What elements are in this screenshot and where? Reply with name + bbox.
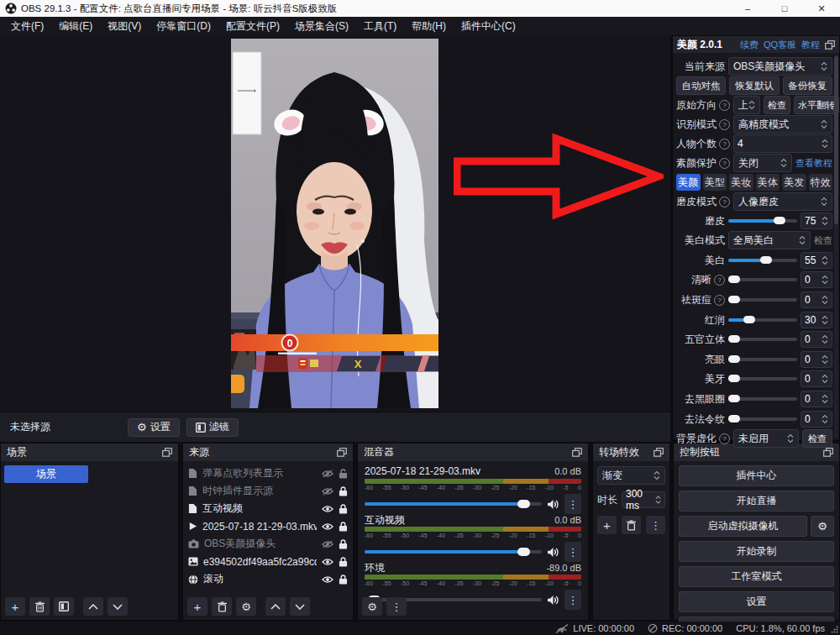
tab-beauty[interactable]: 美颜: [676, 174, 701, 191]
rosy-value-spinner[interactable]: 30: [801, 312, 832, 328]
clarity-slider[interactable]: [728, 278, 797, 281]
channel-menu-button[interactable]: ⋮: [564, 590, 581, 610]
person-count-spinner[interactable]: 4: [733, 134, 832, 153]
whiten-check-button[interactable]: 检查: [814, 234, 832, 247]
channel-menu-button[interactable]: ⋮: [564, 542, 581, 562]
volume-slider[interactable]: [365, 550, 542, 554]
help-icon[interactable]: ?: [719, 158, 730, 169]
lock-icon[interactable]: [339, 521, 348, 533]
channel-menu-button[interactable]: ⋮: [564, 494, 581, 514]
popout-icon[interactable]: [823, 448, 833, 457]
popout-icon[interactable]: [162, 448, 172, 457]
add-source-button[interactable]: +: [187, 597, 207, 616]
volume-slider[interactable]: [365, 502, 542, 506]
popout-icon[interactable]: [654, 448, 664, 457]
source-move-up-button[interactable]: [265, 597, 286, 616]
current-source-select[interactable]: OBS美颜摄像头: [728, 57, 832, 76]
slider-handle[interactable]: [728, 276, 740, 283]
source-row[interactable]: 滚动: [183, 570, 353, 588]
plugin-center-button[interactable]: 插件中心: [679, 465, 834, 486]
menu-tools[interactable]: 工具(T): [356, 19, 404, 34]
slider-handle[interactable]: [743, 316, 755, 323]
mixer-menu-button[interactable]: ⋮: [386, 597, 407, 616]
source-properties-button[interactable]: ⚙: [236, 597, 256, 616]
orientation-check-button[interactable]: 检查: [764, 96, 790, 114]
whiten-slider[interactable]: [728, 259, 797, 262]
add-transition-button[interactable]: +: [597, 516, 617, 534]
menu-edit[interactable]: 编辑(E): [51, 19, 100, 34]
rosy-slider[interactable]: [728, 318, 797, 322]
source-move-down-button[interactable]: [290, 597, 310, 616]
slider-handle[interactable]: [728, 335, 740, 343]
tutorial-link[interactable]: 教程: [801, 39, 820, 51]
slider-handle[interactable]: [728, 395, 740, 402]
teeth-slider[interactable]: [728, 377, 797, 380]
teeth-value-spinner[interactable]: 0: [801, 370, 832, 387]
makeup-protect-select[interactable]: 关闭: [733, 154, 792, 172]
tab-effects[interactable]: 特效: [809, 174, 833, 191]
preview-canvas[interactable]: 0 X: [0, 35, 670, 412]
horizontal-flip-button[interactable]: 水平翻转: [794, 96, 839, 114]
blemish-slider[interactable]: [728, 298, 797, 302]
tab-hair[interactable]: 美发: [782, 174, 806, 191]
help-icon[interactable]: ?: [714, 275, 725, 286]
menu-plugin-center[interactable]: 插件中心(C): [454, 19, 523, 34]
slider-handle[interactable]: [728, 355, 740, 363]
blemish-value-spinner[interactable]: 0: [801, 291, 832, 308]
start-streaming-button[interactable]: 开始直播: [679, 491, 834, 512]
dark-circles-slider[interactable]: [728, 397, 797, 401]
remove-scene-button[interactable]: [29, 597, 50, 616]
slider-handle[interactable]: [728, 296, 740, 303]
bright-eyes-value-spinner[interactable]: 0: [801, 351, 832, 368]
close-button[interactable]: ✕: [803, 0, 840, 17]
menu-help[interactable]: 帮助(H): [404, 19, 454, 34]
whiten-mode-select[interactable]: 全局美白: [728, 231, 811, 249]
orientation-select[interactable]: 上: [733, 96, 760, 114]
menu-view[interactable]: 视图(V): [100, 19, 149, 34]
lock-icon[interactable]: [339, 538, 348, 550]
smooth-value-spinner[interactable]: 75: [801, 213, 832, 229]
help-icon[interactable]: ?: [719, 433, 730, 444]
speaker-icon[interactable]: [547, 499, 559, 510]
resize-grip-icon[interactable]: [831, 626, 838, 633]
lock-icon[interactable]: [339, 574, 348, 585]
advanced-audio-properties-button[interactable]: ⚙: [362, 597, 382, 616]
nasolabial-value-spinner[interactable]: 0: [801, 411, 832, 428]
scene-list-item[interactable]: 场景: [4, 465, 88, 483]
minimize-button[interactable]: –: [729, 0, 766, 17]
popout-icon[interactable]: [572, 448, 582, 457]
clarity-value-spinner[interactable]: 0: [801, 271, 832, 288]
nasolabial-slider[interactable]: [728, 417, 797, 421]
transition-menu-button[interactable]: ⋮: [646, 516, 665, 534]
remove-source-button[interactable]: [212, 597, 232, 616]
source-row[interactable]: 时钟插件显示源: [183, 482, 353, 500]
remove-transition-button[interactable]: [622, 516, 641, 534]
lock-icon[interactable]: [339, 503, 348, 515]
lock-icon[interactable]: [339, 485, 348, 497]
recognition-mode-select[interactable]: 高精度模式: [733, 115, 832, 134]
autofocus-button[interactable]: 自动对焦: [676, 76, 726, 95]
visibility-hidden-icon[interactable]: [322, 470, 333, 478]
slider-handle[interactable]: [774, 217, 785, 224]
settings-button[interactable]: 设置: [679, 591, 834, 612]
menu-file[interactable]: 文件(F): [3, 19, 51, 34]
renew-link[interactable]: 续费: [740, 39, 759, 51]
scene-filters-button[interactable]: [54, 597, 74, 616]
source-properties-button[interactable]: ⚙ 设置: [128, 418, 180, 437]
popout-icon[interactable]: [337, 448, 347, 457]
background-blur-select[interactable]: 未启用: [733, 429, 799, 448]
visibility-visible-icon[interactable]: [322, 575, 333, 584]
lock-icon[interactable]: [339, 556, 348, 568]
scrollbar-thumb[interactable]: [834, 56, 838, 224]
whiten-value-spinner[interactable]: 55: [801, 252, 832, 269]
help-icon[interactable]: ?: [719, 139, 730, 150]
start-recording-button[interactable]: 开始录制: [679, 541, 834, 562]
source-row[interactable]: 2025-07-18 21-29-03.mkv: [183, 517, 353, 535]
speaker-icon[interactable]: [547, 547, 559, 558]
slider-handle[interactable]: [728, 415, 740, 422]
virtual-camera-settings-button[interactable]: ⚙: [811, 516, 834, 537]
source-row[interactable]: 互动视频: [183, 500, 353, 517]
volume-slider-handle[interactable]: [517, 500, 530, 508]
speaker-icon[interactable]: [547, 595, 559, 606]
view-tutorial-link[interactable]: 查看教程: [795, 157, 832, 170]
